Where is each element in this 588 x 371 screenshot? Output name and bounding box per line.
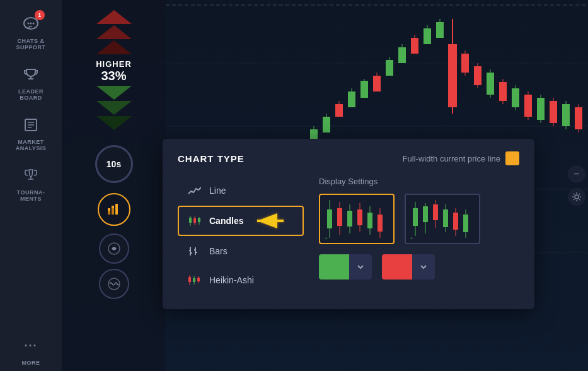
wave-icon [107, 277, 121, 291]
sidebar-label-more: MORE [22, 360, 40, 366]
svg-rect-29 [335, 104, 343, 117]
chart-type-line[interactable]: Line [178, 177, 304, 204]
svg-rect-59 [524, 95, 532, 117]
price-line-toggle[interactable] [505, 151, 519, 165]
down-color-selector[interactable] [382, 254, 435, 280]
chart-type-heikin-ashi[interactable]: Heikin-Ashi [178, 266, 304, 294]
svg-rect-91 [188, 277, 191, 282]
line-label: Line [209, 186, 226, 196]
display-settings-title: Display Settings [319, 177, 519, 186]
pen-icon [107, 242, 121, 256]
heikin-label: Heikin-Ashi [209, 275, 254, 285]
modal-title: CHART TYPE [178, 153, 245, 164]
svg-rect-77 [189, 218, 192, 223]
sidebar-item-more[interactable]: ··· MORE [0, 327, 62, 371]
down-color-dropdown[interactable] [412, 254, 435, 280]
svg-point-3 [33, 23, 35, 25]
chart-type-list: Line Candles [178, 177, 304, 294]
sidebar-label-chats: CHATS & SUPPORT [16, 38, 45, 50]
chat-badge: 1 [35, 10, 45, 20]
dropdown-chevron-icon [356, 262, 365, 271]
svg-rect-53 [487, 73, 494, 95]
percent-label: 33% [101, 69, 126, 83]
svg-rect-49 [461, 54, 469, 73]
sidebar-item-market-analysis[interactable]: MARKET ANALYSIS [0, 106, 62, 156]
cup-icon [23, 167, 39, 184]
candles-icon [187, 213, 202, 228]
svg-point-122 [575, 195, 579, 199]
candle-preview-1[interactable]: + [319, 194, 395, 244]
down-color-box[interactable] [382, 254, 412, 280]
arrow-down-3 [96, 116, 132, 130]
svg-rect-79 [193, 218, 196, 223]
svg-rect-93 [193, 278, 195, 282]
arrow-up-3 [96, 40, 132, 54]
candle-previews: + [319, 194, 519, 244]
line-icon [187, 183, 202, 198]
bars-icon [187, 244, 202, 259]
svg-rect-57 [512, 88, 519, 107]
sidebar-item-leaderboard[interactable]: LEADER BOARD [0, 56, 62, 106]
up-color-box[interactable] [319, 254, 349, 280]
gear-icon [572, 192, 582, 202]
svg-rect-105 [367, 213, 372, 228]
full-width-label-text: Full-width current price line [403, 154, 500, 163]
svg-rect-95 [197, 278, 200, 281]
svg-rect-47 [436, 22, 444, 38]
svg-rect-63 [550, 101, 557, 123]
svg-text:+: + [325, 235, 328, 241]
svg-rect-51 [474, 66, 481, 85]
svg-rect-65 [562, 104, 570, 126]
sidebar-label-market: MARKET ANALYSIS [16, 139, 47, 151]
sidebar-item-chats-support[interactable]: 1 CHATS & SUPPORT [0, 5, 62, 56]
arrow-down-2 [96, 101, 132, 115]
chart-type-candles[interactable]: Candles [178, 206, 304, 236]
svg-rect-116 [443, 209, 448, 227]
time-selector[interactable]: 10s [95, 145, 133, 183]
candles-label: Candles [209, 216, 243, 226]
svg-rect-120 [463, 215, 468, 232]
svg-rect-70 [115, 204, 118, 215]
svg-rect-61 [537, 98, 545, 120]
chart-type-bars[interactable]: Bars [178, 237, 304, 265]
pen-tool-button[interactable] [99, 233, 129, 264]
up-color-dropdown[interactable] [349, 254, 372, 280]
up-color-selector[interactable] [319, 254, 372, 280]
arrow-down-1 [96, 86, 132, 100]
svg-rect-67 [575, 107, 582, 129]
bars-label: Bars [209, 246, 228, 256]
time-label: 10s [107, 159, 121, 169]
arrows-down [96, 86, 132, 130]
svg-point-1 [28, 23, 30, 25]
chart-right-controls: − [568, 165, 588, 206]
sidebar-label-leaderboard: LEADER BOARD [18, 88, 43, 101]
trophy-icon-wrap [20, 63, 42, 86]
svg-point-74 [113, 247, 115, 250]
wave-tool-button[interactable] [99, 269, 129, 299]
left-panel: HIGHER 33% 10s [62, 0, 166, 371]
chart-type-button[interactable] [98, 193, 130, 226]
yellow-arrow-icon [253, 212, 285, 230]
chart-type-modal: CHART TYPE Full-width current price line… [163, 139, 534, 309]
chart-area: HIGHER 33% 10s [62, 0, 588, 371]
svg-rect-118 [453, 213, 458, 230]
svg-point-2 [30, 23, 32, 25]
svg-rect-114 [433, 204, 438, 220]
svg-rect-107 [378, 215, 383, 232]
svg-rect-37 [373, 76, 381, 91]
svg-rect-99 [337, 208, 342, 226]
zoom-out-button[interactable]: − [568, 165, 585, 183]
svg-rect-33 [448, 44, 457, 107]
arrow-up-2 [96, 25, 132, 39]
cup-icon-wrap [20, 164, 42, 187]
sidebar-item-tournaments[interactable]: TOURNA- MENTS [0, 156, 62, 207]
settings-button[interactable] [568, 188, 585, 206]
svg-rect-27 [323, 117, 330, 132]
candle-preview-2[interactable]: + [405, 194, 480, 244]
svg-rect-103 [357, 209, 362, 225]
full-width-price-line: Full-width current price line [403, 151, 519, 165]
svg-rect-110 [413, 208, 418, 226]
arrow-up-1 [96, 10, 132, 24]
sidebar: 1 CHATS & SUPPORT LEADER BOARD MARKET AN [0, 0, 62, 371]
dots-icon-wrap: ··· [20, 334, 42, 357]
